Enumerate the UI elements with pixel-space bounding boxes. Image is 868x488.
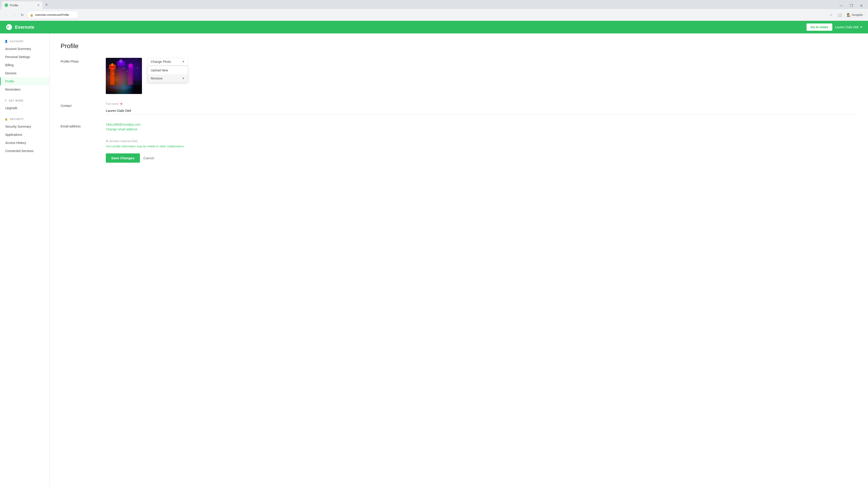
svg-point-14 xyxy=(123,68,124,68)
tab-favicon xyxy=(4,3,8,7)
svg-point-19 xyxy=(137,68,138,68)
svg-point-13 xyxy=(116,70,116,71)
full-name-field-label: Full name ✻ xyxy=(106,102,857,105)
user-name: Lauren Dale Deli xyxy=(835,25,859,29)
browser-tools: ⬜ 🕵 Incognito xyxy=(837,12,865,18)
incognito-label: Incognito xyxy=(852,13,863,17)
tablet-icon-button[interactable]: ⬜ xyxy=(837,12,843,18)
sidebar-item-applications[interactable]: Applications xyxy=(0,131,50,139)
security-section-label: SECURITY xyxy=(10,118,24,121)
upload-new-option[interactable]: Upload New xyxy=(148,66,188,74)
profile-photo: Coca xyxy=(106,58,142,94)
cancel-button[interactable]: Cancel xyxy=(144,156,154,160)
photo-area: Coca Change Photo ▼ Upload New xyxy=(106,58,188,94)
visibility-note: Your profile information may be visible … xyxy=(106,144,857,148)
sidebar-item-devices[interactable]: Devices xyxy=(0,69,50,77)
lock-icon: 🔒 xyxy=(30,13,33,17)
forward-button[interactable]: → xyxy=(11,12,17,18)
svg-point-10 xyxy=(128,64,133,68)
svg-point-5 xyxy=(111,63,114,66)
profile-photo-label: Profile Photo xyxy=(61,58,106,94)
sidebar-item-connected-services[interactable]: Connected Services xyxy=(0,147,50,155)
content-area: Profile Profile Photo xyxy=(50,33,868,487)
save-changes-button[interactable]: Save Changes xyxy=(106,153,140,163)
svg-point-18 xyxy=(109,77,110,77)
main-layout: 👤 ACCOUNT Account Summary Personal Setti… xyxy=(0,33,868,487)
elephant-icon xyxy=(5,24,13,31)
evernote-header: Evernote Go to notes Lauren Dale Deli ▼ xyxy=(0,21,868,33)
sidebar-item-upgrade[interactable]: Upgrade xyxy=(0,104,50,112)
bookmark-icon[interactable]: ☆ xyxy=(830,13,833,17)
change-photo-chevron-icon: ▼ xyxy=(182,60,185,63)
address-input[interactable] xyxy=(27,11,78,19)
svg-text:Coca: Coca xyxy=(111,67,114,69)
window-controls: — ❐ ✕ xyxy=(836,2,866,9)
header-right: Go to notes Lauren Dale Deli ▼ xyxy=(807,24,863,31)
sidebar-item-access-history[interactable]: Access History xyxy=(0,139,50,147)
svg-rect-2 xyxy=(106,85,142,94)
remove-option[interactable]: Remove ▼ xyxy=(148,74,188,83)
user-menu[interactable]: Lauren Dale Deli ▼ xyxy=(835,25,863,29)
photo-image: Coca xyxy=(106,58,142,94)
change-photo-label: Change Photo xyxy=(151,60,171,64)
account-section-header: 👤 ACCOUNT xyxy=(0,38,50,45)
minimize-button[interactable]: — xyxy=(836,2,846,9)
svg-rect-9 xyxy=(128,66,133,85)
remove-option-chevron-icon: ▼ xyxy=(182,77,185,80)
browser-chrome: Profile ✕ + — ❐ ✕ ← → ↻ 🔒 ☆ ⬜ 🕵 Incognit… xyxy=(0,0,868,21)
sidebar-item-billing[interactable]: Billing xyxy=(0,61,50,69)
evernote-logo-text: Evernote xyxy=(15,25,34,30)
sidebar-item-reminders[interactable]: Reminders xyxy=(0,86,50,94)
sidebar-item-profile[interactable]: Profile xyxy=(0,77,50,86)
new-tab-button[interactable]: + xyxy=(42,1,51,9)
tab-close-button[interactable]: ✕ xyxy=(37,3,40,7)
svg-point-16 xyxy=(132,69,133,70)
incognito-badge: 🕵 Incognito xyxy=(844,12,865,18)
sidebar-item-personal-settings[interactable]: Personal Settings xyxy=(0,53,50,61)
back-button[interactable]: ← xyxy=(3,12,9,18)
page-title: Profile xyxy=(61,42,857,50)
email-fields: 18a1cfd9@moodjoy.com Change email addres… xyxy=(106,123,857,131)
svg-rect-6 xyxy=(118,62,124,85)
get-more-section-header: ⬆ GET MORE xyxy=(0,97,50,104)
contact-label: Contact xyxy=(61,102,106,115)
sidebar-item-security-summary[interactable]: Security Summary xyxy=(0,123,50,131)
maximize-button[interactable]: ❐ xyxy=(846,2,856,9)
svg-rect-3 xyxy=(110,67,114,85)
address-bar-wrapper: 🔒 ☆ xyxy=(27,11,835,19)
change-photo-dropdown[interactable]: Change Photo ▼ Upload New Remove ▼ xyxy=(147,58,188,66)
sidebar-item-account-summary[interactable]: Account Summary xyxy=(0,45,50,53)
go-to-notes-button[interactable]: Go to notes xyxy=(807,24,832,31)
form-footer: ✻ denotes required field. Your profile i… xyxy=(106,139,857,163)
change-photo-button[interactable]: Change Photo ▼ xyxy=(147,58,188,66)
email-value: 18a1cfd9@moodjoy.com xyxy=(106,123,857,126)
evernote-logo: Evernote xyxy=(5,24,34,31)
email-section: Email address 18a1cfd9@moodjoy.com Chang… xyxy=(61,123,857,131)
visibility-note-text2: may be visible to other collaborators. xyxy=(136,144,184,148)
visibility-note-text: Your profile xyxy=(106,144,121,148)
svg-rect-1 xyxy=(106,58,142,80)
security-section-icon: 🔒 xyxy=(4,118,8,121)
svg-rect-20 xyxy=(110,66,115,69)
get-more-section-icon: ⬆ xyxy=(4,99,7,102)
incognito-icon: 🕵 xyxy=(847,13,850,17)
profile-photo-section: Profile Photo xyxy=(61,58,857,94)
svg-point-17 xyxy=(136,73,137,74)
refresh-button[interactable]: ↻ xyxy=(19,12,25,18)
get-more-section-label: GET MORE xyxy=(9,99,24,102)
change-email-link[interactable]: Change email address xyxy=(106,127,137,131)
svg-point-15 xyxy=(127,71,128,72)
close-button[interactable]: ✕ xyxy=(856,2,866,9)
full-name-input[interactable] xyxy=(106,107,857,115)
security-section-header: 🔒 SECURITY xyxy=(0,116,50,123)
account-section-label: ACCOUNT xyxy=(10,40,24,43)
form-actions: Save Changes Cancel xyxy=(106,153,857,163)
address-bar-row: ← → ↻ 🔒 ☆ ⬜ 🕵 Incognito xyxy=(0,9,868,21)
browser-tab[interactable]: Profile ✕ xyxy=(2,1,42,9)
svg-rect-4 xyxy=(109,65,116,69)
svg-point-8 xyxy=(119,59,123,63)
email-address-label: Email address xyxy=(61,123,106,131)
svg-rect-7 xyxy=(117,61,125,66)
svg-rect-0 xyxy=(106,58,142,94)
svg-point-12 xyxy=(112,73,113,74)
